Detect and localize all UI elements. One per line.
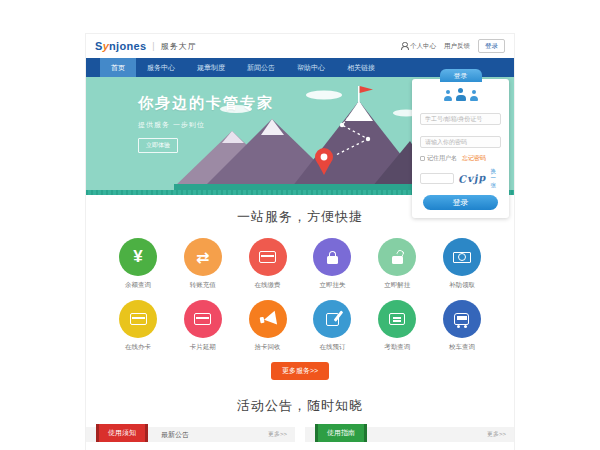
remember-checkbox[interactable] [420, 156, 425, 161]
remember-row: 记住用户名 忘记密码 [420, 154, 501, 163]
captcha-refresh-link[interactable]: 换一张 [490, 168, 501, 189]
feedback-link[interactable]: 用户反馈 [444, 42, 470, 51]
login-submit-button[interactable]: 登录 [423, 195, 498, 210]
bus-icon [454, 313, 469, 325]
header-login-button[interactable]: 登录 [478, 39, 505, 53]
nav-item-services[interactable]: 服务中心 [136, 58, 186, 77]
services-row-2: 在线办卡 卡片延期 拾卡回收 在线预订 [112, 300, 488, 352]
tab-user-guide[interactable]: 使用指南 [315, 424, 367, 442]
site-container: Synjones | 服务大厅 个人中心 用户反馈 登录 首页 服务中心 规章制… [85, 33, 515, 450]
tab-usage-notice[interactable]: 使用须知 [96, 424, 148, 442]
logo-part3: njones [109, 40, 146, 52]
tab-latest-news[interactable]: 最新公告 [161, 430, 189, 440]
header: Synjones | 服务大厅 个人中心 用户反馈 登录 [86, 34, 514, 58]
card-icon [130, 313, 147, 325]
announcements-section: 活动公告，随时知晓 使用须知 最新公告 更多>> 使用指南 更多>> [86, 380, 514, 450]
hero-subtitle: 提供服务 一步到位 [138, 120, 274, 130]
service-card-recycle[interactable]: 拾卡回收 [242, 300, 294, 352]
captcha-row: Cvjp 换一张 [420, 168, 501, 189]
users-icon [420, 86, 501, 101]
login-form: 记住用户名 忘记密码 Cvjp 换一张 登录 [412, 79, 509, 218]
forgot-password-link[interactable]: 忘记密码 [462, 154, 486, 163]
lock-icon [327, 256, 338, 264]
captcha-image: Cvjp [458, 172, 487, 185]
service-bus[interactable]: 校车查询 [436, 300, 488, 352]
service-payment[interactable]: 在线缴费 [242, 238, 294, 290]
screen: Synjones | 服务大厅 个人中心 用户反馈 登录 首页 服务中心 规章制… [0, 0, 600, 450]
service-label: 在线办卡 [112, 343, 164, 352]
right-announcement-bar: 使用指南 更多>> [305, 427, 514, 442]
remember-label: 记住用户名 [427, 154, 457, 163]
announcement-tab-bars: 使用须知 最新公告 更多>> 使用指南 更多>> [86, 427, 514, 442]
hero-text: 你身边的卡管专家 提供服务 一步到位 立即体验 [138, 94, 274, 153]
attendance-icon [389, 313, 405, 325]
service-attendance[interactable]: 考勤查询 [371, 300, 423, 352]
service-label: 卡片延期 [177, 343, 229, 352]
service-balance[interactable]: 余额查询 [112, 238, 164, 290]
service-report-loss[interactable]: 立即挂失 [306, 238, 358, 290]
hero-title: 你身边的卡管专家 [138, 94, 274, 113]
service-label: 补助领取 [436, 281, 488, 290]
password-input[interactable] [420, 136, 501, 148]
nav-item-links[interactable]: 相关链接 [336, 58, 386, 77]
personal-center-label: 个人中心 [410, 42, 436, 51]
service-label: 在线预订 [306, 343, 358, 352]
nav-item-home[interactable]: 首页 [100, 58, 136, 77]
logo-divider: | [152, 41, 154, 51]
services-section: 一站服务，方便快捷 余额查询 转账充值 在线缴费 [86, 195, 514, 380]
service-label: 拾卡回收 [242, 343, 294, 352]
logo[interactable]: Synjones [95, 40, 146, 52]
username-input[interactable] [420, 113, 501, 125]
login-panel: 登录 记住用户名 忘记密码 [412, 69, 509, 218]
hero-cta-button[interactable]: 立即体验 [138, 138, 178, 153]
person-icon [400, 42, 408, 50]
service-label: 余额查询 [112, 281, 164, 290]
service-subsidy[interactable]: 补助领取 [436, 238, 488, 290]
services-row-1: 余额查询 转账充值 在线缴费 立即挂失 [112, 238, 488, 290]
nav-item-news[interactable]: 新闻公告 [236, 58, 286, 77]
service-transfer[interactable]: 转账充值 [177, 238, 229, 290]
login-tab[interactable]: 登录 [440, 69, 482, 82]
feedback-label: 用户反馈 [444, 42, 470, 51]
user-icon [443, 90, 452, 101]
service-label: 转账充值 [177, 281, 229, 290]
left-announcement-bar: 使用须知 最新公告 更多>> [86, 427, 295, 442]
card-icon [259, 251, 276, 263]
user-icon [455, 88, 466, 101]
card-icon [194, 313, 211, 325]
personal-center-link[interactable]: 个人中心 [400, 42, 436, 51]
unlock-icon [392, 256, 403, 264]
edit-icon [326, 313, 339, 326]
service-label: 校车查询 [436, 343, 488, 352]
banknote-icon [453, 252, 471, 263]
service-label: 立即解挂 [371, 281, 423, 290]
service-label: 立即挂失 [306, 281, 358, 290]
yuan-icon [133, 247, 142, 267]
user-icon [469, 90, 478, 101]
service-booking[interactable]: 在线预订 [306, 300, 358, 352]
nav-item-rules[interactable]: 规章制度 [186, 58, 236, 77]
transfer-icon [196, 248, 209, 267]
logo-part1: S [95, 40, 103, 52]
nav-item-help[interactable]: 帮助中心 [286, 58, 336, 77]
services-grid: 余额查询 转账充值 在线缴费 立即挂失 [86, 226, 514, 352]
header-right: 个人中心 用户反馈 登录 [400, 39, 505, 53]
announcements-title: 活动公告，随时知晓 [86, 397, 514, 415]
left-more-link[interactable]: 更多>> [268, 430, 287, 439]
captcha-input[interactable] [420, 173, 454, 184]
service-card-renewal[interactable]: 卡片延期 [177, 300, 229, 352]
more-services-button[interactable]: 更多服务>> [271, 362, 329, 380]
right-more-link[interactable]: 更多>> [487, 430, 506, 439]
service-unfreeze[interactable]: 立即解挂 [371, 238, 423, 290]
hero-banner: 你身边的卡管专家 提供服务 一步到位 立即体验 [86, 77, 514, 195]
site-name: 服务大厅 [161, 41, 197, 52]
service-label: 在线缴费 [242, 281, 294, 290]
service-label: 考勤查询 [371, 343, 423, 352]
service-apply-card[interactable]: 在线办卡 [112, 300, 164, 352]
megaphone-icon [258, 311, 276, 328]
